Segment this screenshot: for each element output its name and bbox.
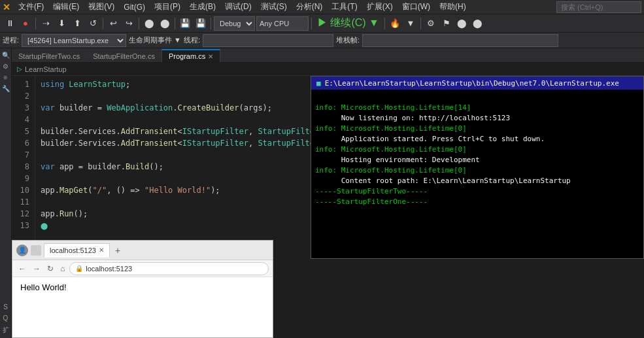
lifecycle-btn[interactable]: 生命周期事件 ▼ (129, 35, 181, 45)
save-button[interactable]: 💾 (178, 16, 192, 31)
menu-git[interactable]: Git(G) (120, 1, 149, 13)
browser-window[interactable]: 👤 localhost:5123 ✕ + ← → ↻ ⌂ 🔒 localho (12, 240, 273, 338)
terminal-window[interactable]: ■ E:\Learn\LearnStartup\LearnStartup\bin… (311, 76, 644, 259)
menu-test[interactable]: 测试(S) (257, 0, 291, 14)
main-area: 🔍 ⚙ ≡ 🔧 S Q 扩 StartupFilterTwo.cs Startu… (0, 48, 644, 338)
browser-profile-icon[interactable]: 👤 (16, 245, 28, 256)
breadcrumb-text: LearnStartup (25, 65, 67, 73)
browser-forward-button[interactable]: → (31, 264, 42, 273)
sidebar-icon-folder[interactable]: S (0, 301, 11, 313)
toolbar-icon-btn3[interactable]: ⬤ (455, 16, 469, 31)
process-bar: 进程: [45264] LearnStartup.exe 生命周期事件 ▼ 线程… (0, 33, 644, 48)
toolbar-separator-1 (35, 18, 36, 29)
tab-program[interactable]: Program.cs ✕ (161, 49, 220, 62)
pause-button[interactable]: ⏸ (3, 16, 17, 31)
stack-input[interactable] (362, 34, 558, 47)
step-over-button[interactable]: ⇢ (39, 16, 53, 31)
left-sidebar: 🔍 ⚙ ≡ 🔧 S Q 扩 (0, 48, 12, 338)
undo-button[interactable]: ↩ (106, 16, 120, 31)
tab-startupfiltertwo[interactable]: StartupFilterTwo.cs (12, 49, 86, 62)
url-lock-icon: 🔒 (75, 265, 83, 272)
debug-config-dropdown[interactable]: Debug (214, 16, 255, 31)
tab-startupfilterone-label: StartupFilterOne.cs (93, 52, 155, 60)
toolbar-separator-4 (175, 18, 175, 29)
menu-build[interactable]: 生成(B) (186, 0, 220, 14)
restart-button[interactable]: ↺ (86, 16, 100, 31)
browser-nav-bar: ← → ↻ ⌂ 🔒 localhost:5123 (12, 260, 273, 277)
menu-debug[interactable]: 调试(D) (221, 0, 256, 14)
sidebar-icon-tools[interactable]: 🔧 (0, 83, 11, 94)
toolbar-separator-8 (420, 18, 421, 29)
terminal-body: info: Microsoft.Hosting.Lifetime[14] Now… (311, 90, 643, 258)
tab-startupfilterone[interactable]: StartupFilterOne.cs (86, 49, 161, 62)
more-toolbar-btn[interactable]: ⬤ (142, 16, 156, 31)
sidebar-icon-gear[interactable]: ⚙ (0, 61, 11, 72)
search-input[interactable] (556, 1, 641, 13)
redo-button[interactable]: ↪ (122, 16, 136, 31)
browser-content: Hello World! (12, 277, 273, 337)
code-area[interactable]: 1 2 3 4 5 6 7 8 9 10 11 12 13 using Lear… (12, 76, 644, 338)
browser-tab-bar: 👤 localhost:5123 ✕ + (12, 241, 273, 260)
browser-tab-close[interactable]: ✕ (99, 246, 104, 254)
tab-program-label: Program.cs (169, 52, 205, 60)
sidebar-icon-extra[interactable]: 扩 (0, 324, 11, 337)
toolbar-icon-btn2[interactable]: ⚑ (439, 16, 454, 31)
toolbar-icon-btn[interactable]: ⚙ (424, 16, 438, 31)
url-bar[interactable]: 🔒 localhost:5123 (69, 262, 269, 275)
sidebar-icon-list[interactable]: ≡ (0, 72, 11, 83)
menu-project[interactable]: 项目(P) (150, 0, 184, 14)
browser-home-button[interactable]: ⌂ (58, 264, 67, 273)
record-button[interactable]: ● (18, 16, 33, 31)
menu-tools[interactable]: 工具(T) (328, 0, 361, 14)
step-out-button[interactable]: ⬆ (70, 16, 84, 31)
terminal-icon: ■ (316, 79, 321, 88)
step-into-button[interactable]: ⬇ (54, 16, 69, 31)
tab-startupfiltertwo-label: StartupFilterTwo.cs (18, 52, 80, 60)
terminal-title-bar: ■ E:\Learn\LearnStartup\LearnStartup\bin… (311, 76, 643, 90)
browser-hello-world: Hello World! (20, 282, 67, 292)
menu-view[interactable]: 视图(V) (84, 0, 118, 14)
menu-analyze[interactable]: 分析(N) (292, 0, 327, 14)
reload-dropdown-button[interactable]: ▼ (403, 16, 418, 31)
toolbar-separator-7 (384, 18, 385, 29)
app-logo: ✕ (3, 2, 10, 12)
browser-back-button[interactable]: ← (16, 264, 28, 273)
sidebar-icon-search[interactable]: 🔍 (0, 50, 11, 61)
editor-area: StartupFilterTwo.cs StartupFilterOne.cs … (12, 48, 644, 338)
breadcrumb: ▷ LearnStartup (12, 63, 644, 76)
sidebar-icon-sql[interactable]: Q (0, 313, 11, 324)
thread-label: 线程: (184, 35, 200, 45)
hot-reload-button[interactable]: 🔥 (388, 16, 402, 31)
toolbar: ⏸ ● ⇢ ⬇ ⬆ ↺ ↩ ↪ ⬤ ⬤ 💾 💾 Debug Any CPU ▶ … (0, 14, 644, 33)
editor-tabs: StartupFilterTwo.cs StartupFilterOne.cs … (12, 48, 644, 63)
toolbar-separator-5 (211, 18, 211, 29)
thread-input[interactable] (203, 34, 333, 47)
url-text: localhost:5123 (86, 265, 132, 273)
continue-button[interactable]: ▶ 继续(C) ▼ (314, 16, 382, 30)
breadcrumb-icon: ▷ (17, 65, 22, 73)
menu-edit[interactable]: 编辑(E) (49, 0, 83, 14)
toolbar-icon-btn4[interactable]: ⬤ (471, 16, 485, 31)
browser-tab-label: localhost:5123 (50, 246, 96, 254)
terminal-title-text: E:\Learn\LearnStartup\LearnStartup\bin\D… (325, 79, 619, 88)
tab-program-close[interactable]: ✕ (208, 53, 213, 60)
process-dropdown[interactable]: [45264] LearnStartup.exe (22, 34, 126, 47)
stack-label: 堆栈帧: (336, 35, 360, 45)
browser-refresh-button[interactable]: ↻ (45, 264, 56, 273)
menu-window[interactable]: 窗口(W) (398, 0, 434, 14)
menu-bar: ✕ 文件(F) 编辑(E) 视图(V) Git(G) 项目(P) 生成(B) 调… (0, 0, 644, 14)
menu-extensions[interactable]: 扩展(X) (363, 0, 397, 14)
toolbar-separator-3 (139, 18, 139, 29)
toolbar-separator-6 (311, 18, 312, 29)
menu-help[interactable]: 帮助(H) (435, 0, 470, 14)
toolbar-separator-2 (103, 18, 103, 29)
browser-new-tab-button[interactable]: + (115, 245, 120, 256)
process-label: 进程: (3, 35, 19, 45)
toolbar-btn2[interactable]: ⬤ (158, 16, 172, 31)
cpu-dropdown[interactable]: Any CPU (256, 16, 309, 31)
browser-tab[interactable]: localhost:5123 ✕ (44, 243, 110, 258)
menu-file[interactable]: 文件(F) (14, 0, 48, 14)
save-all-button[interactable]: 💾 (194, 16, 208, 31)
browser-history-icon[interactable] (31, 245, 41, 256)
